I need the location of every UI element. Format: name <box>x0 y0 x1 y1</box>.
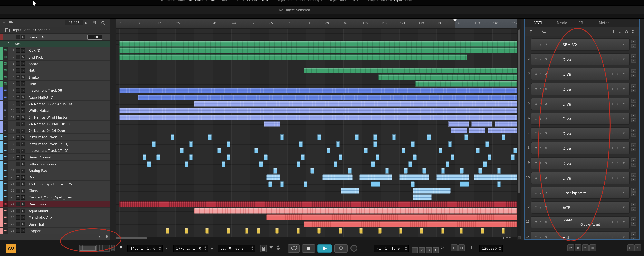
clip[interactable] <box>485 141 489 147</box>
solo-button[interactable]: s <box>21 62 25 66</box>
slot-box[interactable]: ⊙e⚙SEM V2‹›▾ <box>531 39 630 51</box>
preset-menu-icon[interactable]: ▾ <box>623 43 624 46</box>
punch-in-out-icons[interactable] <box>276 245 280 250</box>
clip[interactable] <box>474 175 517 180</box>
instrument-name[interactable]: Diva <box>562 87 571 91</box>
clip[interactable] <box>450 128 467 134</box>
midi-activity-icon[interactable]: ▤ <box>628 244 634 251</box>
solo-button[interactable]: s <box>21 175 25 180</box>
next-preset-icon[interactable]: › <box>617 102 618 106</box>
clip[interactable] <box>441 228 444 234</box>
clip[interactable] <box>185 228 188 234</box>
vst-slot[interactable]: 6⊙e⚙Diva‹›▾▸▸ <box>524 111 640 126</box>
prev-preset-icon[interactable]: ‹ <box>612 102 613 106</box>
instrument-name[interactable]: Diva <box>562 161 571 166</box>
instrument-icon[interactable]: ⊙ <box>535 87 537 91</box>
clip[interactable] <box>439 148 442 154</box>
mute-button[interactable]: m <box>16 115 20 119</box>
clip[interactable] <box>450 155 454 160</box>
clip[interactable] <box>280 181 284 187</box>
solo-button[interactable]: s <box>21 95 25 99</box>
freeze-icon[interactable]: ⚙ <box>544 162 547 165</box>
slot-box[interactable]: ⊙e⚙Diva‹›▾ <box>531 53 630 65</box>
preset-menu-icon[interactable]: ▾ <box>623 102 624 106</box>
clip[interactable] <box>334 161 338 167</box>
rack-tab-media[interactable]: Media <box>557 21 567 25</box>
next-preset-icon[interactable]: › <box>617 57 618 61</box>
locator-spinner[interactable] <box>204 246 207 250</box>
edit-instrument-icon[interactable]: e <box>540 191 542 194</box>
clip[interactable] <box>170 135 174 140</box>
freeze-icon[interactable]: ⚙ <box>544 176 547 180</box>
position-spinner[interactable] <box>158 246 161 250</box>
track-row[interactable]: ▬23msCreated_Magic_Spell_...eo <box>0 194 110 201</box>
track-row[interactable]: ▬7msInstrument Track 08 <box>0 87 110 94</box>
clip[interactable] <box>502 228 505 234</box>
mute-button[interactable]: m <box>16 208 20 213</box>
clip[interactable] <box>371 181 380 187</box>
clip[interactable] <box>266 175 280 180</box>
track-row[interactable]: ▦3msSnare <box>0 61 110 67</box>
mute-button[interactable]: m <box>16 82 20 86</box>
preset-menu-icon[interactable]: ▾ <box>623 146 624 150</box>
edit-instrument-icon[interactable]: e <box>540 132 542 135</box>
slot-box[interactable]: ⊙e⚙Diva‹›▾ <box>531 112 630 125</box>
stop-button[interactable] <box>302 244 315 252</box>
clip[interactable] <box>276 228 279 234</box>
edit-instrument-icon[interactable]: e <box>540 73 542 76</box>
clip[interactable] <box>441 168 445 174</box>
next-preset-icon[interactable]: › <box>617 205 618 209</box>
hscroll-thumb[interactable] <box>116 237 148 239</box>
freeze-icon[interactable]: ⚙ <box>544 206 547 209</box>
mute-button[interactable]: m <box>16 162 20 166</box>
preset-menu-icon[interactable]: ▾ <box>623 131 624 135</box>
marker-button-3[interactable]: 3 <box>426 247 432 253</box>
clip[interactable] <box>119 114 517 120</box>
vscroll-thumb[interactable] <box>518 30 520 193</box>
solo-button[interactable]: s <box>21 195 25 200</box>
mute-button[interactable]: m <box>16 62 20 66</box>
add-folder-icon[interactable] <box>9 22 14 25</box>
instrument-icon[interactable]: ⊙ <box>535 235 537 239</box>
next-preset-icon[interactable]: › <box>617 161 618 165</box>
instrument-name[interactable]: Diva <box>562 131 571 136</box>
slot-box[interactable]: ⊙e⚙ACE‹›▾ <box>531 201 630 214</box>
solo-button[interactable]: s <box>21 88 25 93</box>
vst-slot[interactable]: 8⊙e⚙Diva‹›▾▸▸ <box>524 141 640 156</box>
clip[interactable] <box>448 141 452 147</box>
expand-icon[interactable]: ▸ <box>634 244 641 251</box>
snap-grid-button[interactable]: ▮▮ <box>458 244 465 251</box>
track-row[interactable]: ▦1msKick (D) <box>0 47 110 54</box>
vst-slot[interactable]: 1⊙e⚙SEM V2‹›▾▸▸ <box>524 37 640 52</box>
preset-menu-icon[interactable]: ▾ <box>623 57 624 61</box>
edit-instrument-icon[interactable]: e <box>540 221 542 224</box>
timeline-ruler[interactable]: 1917253341495765738189971051131211291371… <box>116 19 517 29</box>
pencil-icon[interactable]: ✎ <box>582 244 589 251</box>
clip[interactable] <box>495 121 517 127</box>
solo-button[interactable]: s <box>21 142 25 146</box>
freeze-icon[interactable]: ⚙ <box>544 43 547 46</box>
freeze-icon[interactable]: ⚙ <box>544 191 547 194</box>
app-logo[interactable]: AQ <box>6 244 16 253</box>
clip[interactable] <box>206 228 209 234</box>
clip[interactable] <box>189 141 193 147</box>
slot-output-buttons[interactable]: ▸▸ <box>631 217 638 227</box>
clip[interactable] <box>180 148 184 154</box>
zoom-controls[interactable]: ▮↔▾ <box>503 236 512 239</box>
next-preset-icon[interactable]: › <box>617 43 618 46</box>
clip[interactable] <box>385 168 389 174</box>
clip[interactable] <box>488 155 492 160</box>
clip[interactable] <box>226 141 230 147</box>
vst-slot[interactable]: 11⊙e⚙Omnisphere‹›▾▸▸ <box>524 185 640 200</box>
arrangement-area[interactable]: 1917253341495765738189971051131211291371… <box>116 19 517 240</box>
clip[interactable] <box>404 168 408 174</box>
clip[interactable] <box>338 228 342 234</box>
clip[interactable] <box>478 168 482 174</box>
clip[interactable] <box>119 88 517 93</box>
clip[interactable] <box>408 161 412 167</box>
instrument-icon[interactable]: ⊙ <box>535 117 537 120</box>
freeze-icon[interactable]: ⚙ <box>544 132 547 135</box>
cycle-button[interactable] <box>288 244 300 252</box>
mute-button[interactable]: m <box>16 95 20 99</box>
clip[interactable] <box>152 141 156 147</box>
